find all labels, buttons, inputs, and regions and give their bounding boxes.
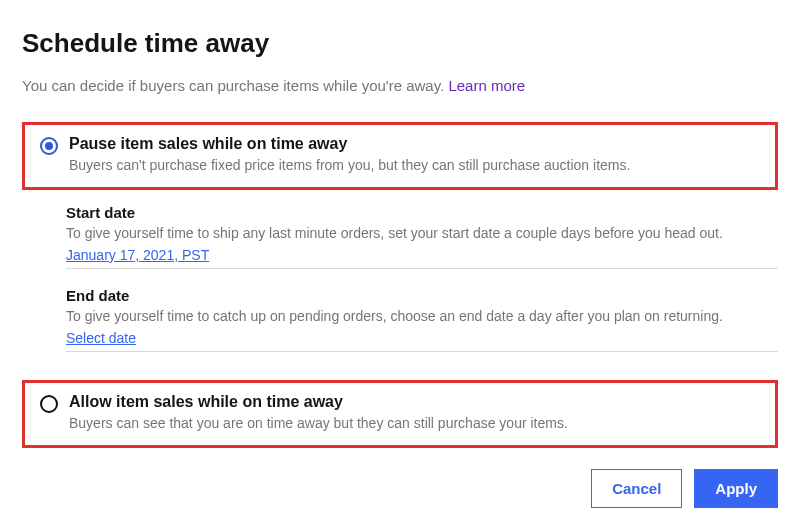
cancel-button[interactable]: Cancel: [591, 469, 682, 508]
option-pause-desc: Buyers can't purchase fixed price items …: [69, 156, 761, 175]
start-date-rule: [66, 268, 778, 269]
radio-pause-sales[interactable]: [40, 137, 58, 155]
learn-more-link[interactable]: Learn more: [448, 77, 525, 94]
intro-text: You can decide if buyers can purchase it…: [22, 77, 778, 94]
start-date-link[interactable]: January 17, 2021, PST: [66, 247, 209, 263]
option-copy: Allow item sales while on time away Buye…: [63, 393, 761, 433]
intro-copy: You can decide if buyers can purchase it…: [22, 77, 448, 94]
option-copy: Pause item sales while on time away Buye…: [63, 135, 761, 175]
dates-block: Start date To give yourself time to ship…: [66, 204, 778, 352]
start-date-hint: To give yourself time to ship any last m…: [66, 224, 778, 243]
option-pause-title: Pause item sales while on time away: [69, 135, 761, 153]
radio-wrap: [35, 393, 63, 413]
radio-allow-sales[interactable]: [40, 395, 58, 413]
start-date-label: Start date: [66, 204, 778, 221]
option-allow-desc: Buyers can see that you are on time away…: [69, 414, 761, 433]
option-pause-sales[interactable]: Pause item sales while on time away Buye…: [22, 122, 778, 190]
end-date-rule: [66, 351, 778, 352]
end-date-section: End date To give yourself time to catch …: [66, 287, 778, 352]
actions: Cancel Apply: [591, 469, 778, 508]
end-date-link[interactable]: Select date: [66, 330, 136, 346]
radio-wrap: [35, 135, 63, 155]
end-date-label: End date: [66, 287, 778, 304]
option-allow-sales[interactable]: Allow item sales while on time away Buye…: [22, 380, 778, 448]
end-date-hint: To give yourself time to catch up on pen…: [66, 307, 778, 326]
apply-button[interactable]: Apply: [694, 469, 778, 508]
start-date-section: Start date To give yourself time to ship…: [66, 204, 778, 269]
page-title: Schedule time away: [22, 28, 778, 59]
option-allow-title: Allow item sales while on time away: [69, 393, 761, 411]
